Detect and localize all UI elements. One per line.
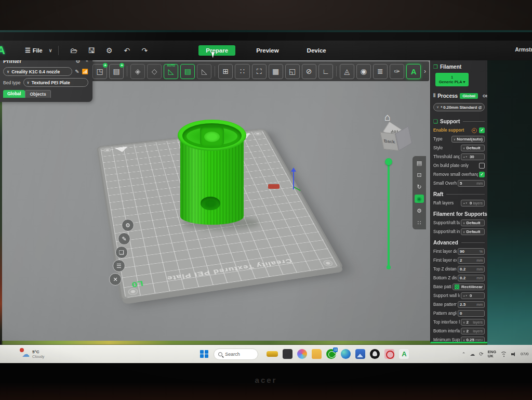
tray-date[interactable]: 07/0	[521, 352, 531, 356]
recording-app-icon[interactable]	[384, 349, 394, 359]
on-build-plate-checkbox[interactable]	[479, 163, 485, 169]
language-indicator[interactable]: ENG UK	[488, 350, 496, 358]
support-raft-iface-select[interactable]: ∨ Default	[461, 228, 485, 235]
settings-gear-button[interactable]: ⚙	[100, 46, 118, 55]
arrange-plate-button[interactable]: ◇	[147, 64, 162, 79]
add-plate-button[interactable]: ▤+	[109, 64, 124, 79]
bed-type-select[interactable]: ∨ Textured PEI Plate	[23, 78, 88, 87]
first-layer-expansion-input[interactable]: 2 mm	[458, 257, 485, 264]
text-tool-button[interactable]: A	[406, 64, 421, 79]
slicer-app-icon[interactable]: A	[399, 349, 409, 359]
edge-browser-icon[interactable]	[341, 349, 351, 359]
assemble-button[interactable]: ▦	[269, 64, 283, 79]
arrange-all-button[interactable]: ◈	[130, 64, 145, 79]
tab-prepare[interactable]: Prepare	[198, 45, 235, 56]
dark-app-icon[interactable]	[283, 349, 292, 359]
printer-view-icon[interactable]: ▤	[415, 159, 424, 167]
history-icon[interactable]: ↻	[415, 183, 424, 191]
tab-objects[interactable]: Objects	[25, 90, 50, 98]
orientation-cube[interactable]: Top Back	[377, 118, 415, 156]
filament-slot[interactable]: 1 Generic PLA ▾	[435, 73, 469, 86]
process-tab-objects[interactable]: Objects	[480, 93, 487, 99]
start-button[interactable]	[200, 350, 208, 358]
base-pattern-spacing-input[interactable]: 2.5 mm	[458, 301, 485, 308]
support-type-select[interactable]: ∨ Normal(auto)	[451, 136, 485, 143]
process-preset-select[interactable]: ∨ * 0.20mm Standard @Creality K1C 0.4 no…	[433, 103, 485, 111]
weather-widget[interactable]: ☁ 5°C Cloudy	[22, 350, 44, 359]
tray-expand-icon[interactable]: ⌃	[462, 352, 466, 357]
add-model-button[interactable]: ◳+	[92, 64, 107, 79]
expand-more-icon[interactable]: ›	[424, 68, 426, 75]
support-paint-button[interactable]: ◬	[340, 64, 354, 79]
object-list-button[interactable]: ☰	[113, 260, 125, 272]
split-parts-button[interactable]: ∷	[235, 64, 249, 79]
alienware-app-icon[interactable]	[370, 349, 380, 359]
enable-support-checkbox[interactable]: ✓	[479, 127, 485, 133]
measure-button[interactable]: ∟	[318, 64, 333, 79]
boolean-button[interactable]: ◱	[285, 64, 300, 79]
stepper-arrows-icon[interactable]: ▲▼	[463, 295, 468, 297]
split-objects-button[interactable]: ⊞	[218, 64, 233, 79]
printer-select[interactable]: ∨ Creality K1C 0.4 nozzle	[3, 67, 72, 76]
fill-plate-button[interactable]: ▤	[180, 64, 195, 79]
raft-layers-stepper[interactable]: ▲▼ 0 layers	[461, 200, 485, 207]
xbox-app-icon[interactable]: 11	[326, 349, 336, 359]
reset-icon[interactable]	[472, 128, 477, 133]
tray-sync-icon[interactable]: ⟳	[479, 351, 483, 357]
color-paint-button[interactable]: ✑	[390, 64, 404, 79]
gallery-app-icon[interactable]	[355, 349, 365, 359]
file-menu[interactable]: ☰ File ∨	[25, 47, 52, 54]
wifi-icon[interactable]: 📶	[82, 69, 88, 74]
min-support-contact-select[interactable]: ∨ 0.25 mm²	[461, 337, 485, 343]
save-button[interactable]: 🖫	[83, 46, 100, 55]
file-explorer-icon[interactable]	[312, 349, 322, 359]
slider-handle[interactable]	[385, 158, 392, 165]
gear-icon[interactable]: ⚙	[415, 207, 424, 215]
user-account-label[interactable]: Armstro	[515, 46, 532, 53]
tab-device[interactable]: Device	[300, 45, 334, 56]
plate-frame-icon[interactable]: ⊡	[415, 171, 424, 179]
lamp-icon[interactable]: ◉	[415, 195, 424, 203]
object-clone-button[interactable]: ❏	[115, 246, 128, 259]
redo-button[interactable]: ↷	[136, 46, 153, 55]
model-cylinder[interactable]	[178, 120, 246, 229]
process-tab-global[interactable]: Global	[460, 93, 478, 99]
seam-paint-button[interactable]: ◉	[356, 64, 371, 79]
lay-on-face-button[interactable]: ◺	[197, 64, 211, 79]
open-folder-button[interactable]: 🗁	[65, 46, 83, 55]
layer-height-button[interactable]: ≣	[373, 64, 388, 79]
small-overhang-input[interactable]: 5 mm	[458, 180, 485, 187]
remove-overhangs-checkbox[interactable]: ✓	[479, 172, 485, 177]
top-interface-layers-select[interactable]: ∨ 2 layers	[461, 319, 485, 326]
photos-app-icon[interactable]	[297, 349, 307, 359]
bottom-z-distance-input[interactable]: 0.2 mm	[458, 275, 485, 281]
volume-icon[interactable]	[511, 352, 516, 357]
edit-printer-icon[interactable]: ✎	[75, 69, 79, 74]
car-game-app-icon[interactable]	[267, 351, 278, 357]
tab-global[interactable]: Global	[3, 90, 25, 98]
tab-preview[interactable]: Preview	[249, 45, 286, 56]
support-raft-base-select[interactable]: ∨ Default	[461, 220, 485, 226]
object-settings-button[interactable]: ⚙	[122, 219, 134, 231]
wifi-icon[interactable]	[500, 352, 507, 357]
undo-button[interactable]: ↶	[118, 46, 136, 55]
apps-grid-icon[interactable]: ∷	[415, 218, 424, 227]
object-edit-button[interactable]: ✎	[118, 233, 130, 245]
bottom-interface-layers-select[interactable]: ∨ 2 layers	[461, 328, 485, 334]
top-z-distance-input[interactable]: 0.2 mm	[458, 266, 485, 273]
taskbar-search[interactable]: Search	[214, 349, 258, 360]
stepper-arrows-icon[interactable]: ▲▼	[463, 202, 468, 204]
scale-button[interactable]: ⛶	[252, 64, 267, 79]
base-pattern-select[interactable]: Rectilinear	[453, 283, 485, 290]
mesh-edit-button[interactable]: ⊘	[302, 64, 316, 79]
auto-orient-button[interactable]: AUTO◺	[164, 64, 178, 79]
support-style-select[interactable]: ∨ Default	[461, 145, 485, 151]
layer-slider[interactable]	[388, 160, 390, 267]
first-layer-density-input[interactable]: 90 %	[458, 248, 485, 255]
pattern-angle-input[interactable]: 0	[458, 310, 485, 317]
support-wall-loops-stepper[interactable]: ▲▼ 0	[461, 292, 485, 299]
stepper-arrows-icon[interactable]: ▲▼	[463, 156, 468, 158]
tray-app-icon[interactable]: ☁	[470, 351, 475, 357]
threshold-angle-stepper[interactable]: ▲▼ 30	[461, 153, 485, 160]
object-delete-button[interactable]: ✕	[109, 273, 122, 286]
